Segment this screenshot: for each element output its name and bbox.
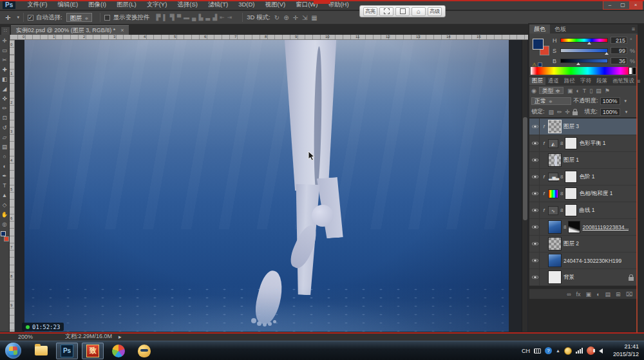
layer-thumbnail[interactable]: [548, 153, 562, 167]
layer-name[interactable]: 图层 3: [564, 123, 579, 131]
layer-thumbnail[interactable]: [548, 270, 562, 284]
layer-name[interactable]: 图层 1: [564, 156, 579, 164]
clock[interactable]: 21:41 2015/3/12: [609, 343, 639, 358]
brush-tool[interactable]: ✏: [1, 104, 9, 113]
color-spectrum-bar[interactable]: [531, 67, 636, 75]
align-icon[interactable]: ▙: [198, 14, 203, 21]
foreground-color-swatch[interactable]: [533, 39, 544, 50]
layer-name[interactable]: 背景: [564, 274, 574, 281]
visibility-eye-icon[interactable]: [531, 135, 540, 151]
layer-thumbnail[interactable]: [548, 237, 562, 251]
delete-layer-icon[interactable]: ⌧: [626, 291, 632, 298]
panel-menu-icon[interactable]: ≡: [637, 78, 643, 84]
marquee-tool[interactable]: ▭: [1, 46, 9, 55]
layer-name[interactable]: 20081119223834...: [582, 224, 629, 231]
pixel-filter-icon[interactable]: ▣: [567, 88, 573, 94]
visibility-eye-icon[interactable]: [531, 152, 540, 168]
path-select-tool[interactable]: ▲: [1, 191, 9, 200]
gradient-tool[interactable]: ▤: [1, 142, 9, 152]
visibility-eye-icon[interactable]: [531, 185, 540, 202]
menu-item-3D(D)[interactable]: 3D(D): [233, 0, 260, 10]
layer-mask-thumbnail[interactable]: [565, 204, 577, 216]
show-transform-checkbox[interactable]: [104, 15, 110, 21]
layer-thumbnail[interactable]: [548, 220, 562, 234]
fill-value[interactable]: 100%: [600, 108, 620, 116]
shape-tool[interactable]: ◇: [1, 200, 9, 210]
minimize-button[interactable]: –: [603, 1, 616, 9]
menu-item-图像(I)[interactable]: 图像(I): [83, 0, 111, 10]
mask-link-icon[interactable]: 8: [560, 191, 563, 196]
3d-mode-icon[interactable]: ▦: [311, 14, 317, 21]
chevron-down-icon[interactable]: ▾: [625, 99, 627, 104]
align-icon[interactable]: ⇤: [220, 14, 225, 21]
lock-position-icon[interactable]: ✛: [565, 109, 571, 115]
taskbar-photoshop[interactable]: Ps: [56, 343, 78, 359]
chevron-down-icon[interactable]: ▾: [625, 109, 628, 115]
eyedropper-tool[interactable]: ◢: [1, 84, 9, 94]
hand-tool[interactable]: ✋: [1, 210, 9, 220]
layer-mask-icon[interactable]: ▣: [586, 291, 592, 298]
align-icon[interactable]: ▃: [205, 14, 210, 21]
status-arrow-icon[interactable]: ▸: [118, 334, 122, 340]
mask-link-icon[interactable]: 8: [560, 174, 563, 180]
layer-mask-thumbnail[interactable]: [565, 137, 577, 149]
layer-row[interactable]: f▂▅▃8色阶 1: [529, 169, 638, 185]
type-tool[interactable]: T: [1, 181, 9, 191]
blur-tool[interactable]: ○: [1, 152, 9, 162]
menu-item-滤镜(T)[interactable]: 滤镜(T): [203, 0, 233, 10]
layer-row[interactable]: f◭8色彩平衡 1: [529, 135, 638, 152]
move-tool[interactable]: ✛: [1, 36, 9, 46]
brightness-slider[interactable]: [560, 59, 608, 63]
tab-通道[interactable]: 通道: [545, 77, 562, 85]
layer-thumbnail[interactable]: [548, 120, 562, 133]
crop-tool[interactable]: ◧: [1, 75, 9, 84]
align-icon[interactable]: ▬: [184, 14, 189, 21]
layer-row[interactable]: f8色相/饱和度 1: [529, 185, 638, 202]
menu-item-图层(L)[interactable]: 图层(L): [111, 0, 142, 10]
saturation-value[interactable]: 99: [611, 47, 627, 54]
close-icon[interactable]: ×: [120, 26, 124, 35]
adjustment-layer-icon[interactable]: ◐: [596, 291, 600, 298]
start-button[interactable]: [5, 343, 21, 359]
layer-name[interactable]: 240474-1302230KH199: [564, 258, 621, 264]
layer-name[interactable]: 色彩平衡 1: [579, 140, 605, 147]
layer-row[interactable]: 图层 1: [529, 152, 638, 169]
hue-value[interactable]: 215: [611, 37, 627, 44]
lock-transparency-icon[interactable]: ▨: [549, 109, 554, 115]
foreground-color-swatch[interactable]: [1, 231, 6, 236]
tray-expand-icon[interactable]: ▲: [556, 348, 560, 353]
pen-tool[interactable]: ✒: [1, 171, 9, 181]
panel-menu-icon[interactable]: ≡: [632, 26, 638, 32]
layer-name[interactable]: 图层 2: [564, 240, 579, 248]
taskbar-browser[interactable]: [108, 343, 129, 359]
layer-row[interactable]: f∿8曲线 1: [529, 202, 638, 219]
quick-select-tool[interactable]: ✚: [1, 65, 9, 75]
layer-mask-thumbnail[interactable]: [568, 221, 580, 233]
layer-group-icon[interactable]: ▤: [605, 291, 611, 298]
align-icon[interactable]: ▀: [177, 14, 181, 21]
menu-item-编辑(E)[interactable]: 编辑(E): [52, 0, 83, 10]
tab-路径[interactable]: 路径: [562, 77, 578, 85]
visibility-eye-icon[interactable]: [531, 219, 540, 235]
document-tab[interactable]: 实例02.psd @ 200% (图层 3, RGB/8) * ×: [11, 25, 129, 35]
link-layers-icon[interactable]: ∞: [567, 291, 571, 298]
menu-item-选择(S)[interactable]: 选择(S): [172, 0, 203, 10]
tab-画笔预设[interactable]: 画笔预设: [610, 77, 637, 85]
3d-mode-icon[interactable]: ↻: [274, 14, 279, 21]
layer-row[interactable]: 图层 2: [529, 236, 638, 252]
type-filter-icon[interactable]: T: [583, 88, 587, 94]
canvas[interactable]: [24, 40, 509, 332]
visibility-eye-icon[interactable]: [531, 269, 540, 285]
layer-mask-thumbnail[interactable]: [565, 187, 577, 200]
new-layer-icon[interactable]: ⊞: [616, 291, 621, 298]
filter-type-dropdown[interactable]: 类型 ≑: [539, 87, 564, 94]
home-icon[interactable]: ⌂: [412, 7, 426, 16]
layer-row[interactable]: 背景: [529, 269, 638, 286]
vertical-scrollbar[interactable]: [522, 40, 527, 332]
opacity-value[interactable]: 100%: [600, 97, 620, 105]
visibility-eye-icon[interactable]: [531, 236, 540, 252]
history-brush-tool[interactable]: ↺: [1, 123, 9, 133]
taskbar-qq[interactable]: [133, 343, 155, 359]
visibility-eye-icon[interactable]: [531, 202, 540, 218]
lock-pixels-icon[interactable]: ✏: [557, 109, 562, 115]
